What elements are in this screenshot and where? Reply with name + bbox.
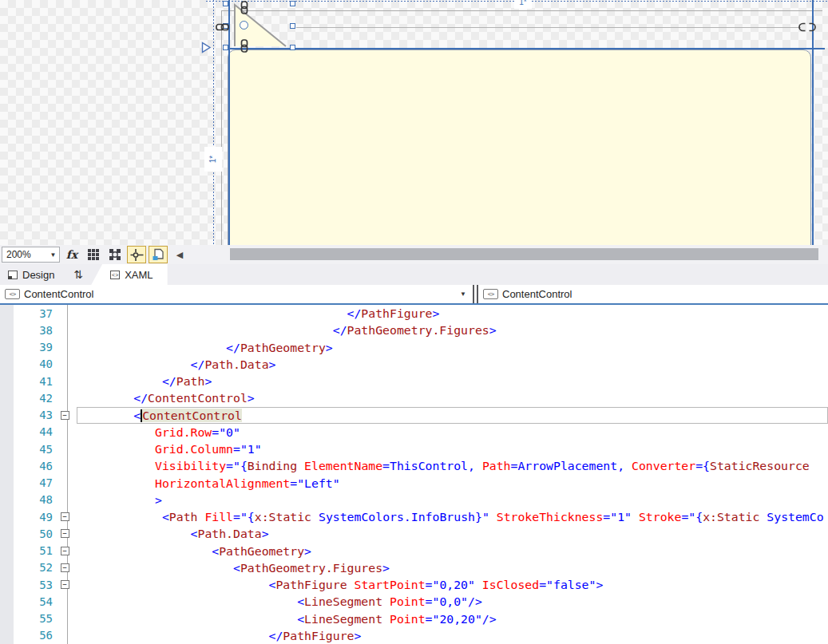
code-line-38[interactable]: 38 </PathGeometry.Figures>: [0, 322, 828, 338]
fold-margin: −: [53, 580, 77, 589]
line-number[interactable]: 44: [0, 425, 53, 438]
code-line-45[interactable]: 45 Grid.Column="1": [0, 441, 828, 457]
line-number[interactable]: 56: [0, 629, 53, 642]
code-text: </PathGeometry>: [77, 341, 828, 354]
grid-column-line-right[interactable]: [812, 0, 814, 245]
horizontal-scrollbar-thumb[interactable]: [230, 248, 818, 260]
code-text: Grid.Column="1": [77, 442, 828, 456]
line-number[interactable]: 45: [0, 443, 53, 456]
line-number[interactable]: 49: [0, 511, 53, 523]
fold-margin: −: [53, 563, 77, 572]
editor-pane-splitter[interactable]: [473, 285, 478, 303]
collapse-region-icon[interactable]: −: [61, 411, 69, 420]
code-line-50[interactable]: 50− <Path.Data>: [0, 525, 828, 542]
line-number[interactable]: 40: [0, 358, 53, 370]
element-tag-icon: <>: [5, 289, 20, 299]
resize-handle-top-right[interactable]: [290, 1, 295, 6]
code-line-42[interactable]: 42 </ContentControl>: [0, 389, 828, 406]
effects-button[interactable]: fx: [62, 246, 81, 263]
scroll-left-arrow[interactable]: ◀: [174, 250, 185, 260]
code-line-46[interactable]: 46 Visibility="{Binding ElementName=This…: [0, 457, 828, 474]
code-text: <PathGeometry>: [77, 544, 828, 558]
code-line-55[interactable]: 55 <LineSegment Point="20,20"/>: [0, 610, 828, 627]
collapse-region-icon[interactable]: −: [61, 512, 69, 521]
code-line-44[interactable]: 44 Grid.Row="0": [0, 424, 828, 441]
collapse-region-icon[interactable]: −: [61, 580, 69, 589]
code-line-41[interactable]: 41 </Path>: [0, 373, 828, 389]
snaplines-toggle-button[interactable]: [149, 246, 168, 263]
code-line-48[interactable]: 48 >: [0, 492, 828, 508]
element-dropdown-right-label: ContentControl: [502, 288, 572, 300]
code-text: </PathFigure>: [77, 306, 828, 320]
center-adorner-circle[interactable]: [240, 21, 248, 30]
swap-panes-button[interactable]: ⇅: [65, 264, 91, 285]
line-number[interactable]: 50: [0, 527, 53, 540]
line-number[interactable]: 39: [0, 341, 53, 354]
code-text: <PathFigure StartPoint="0,20" IsClosed="…: [77, 578, 828, 591]
code-line-47[interactable]: 47 HorizontalAlignment="Left": [0, 475, 828, 492]
bottom-anchor-chain-icon[interactable]: [240, 39, 249, 53]
resize-handle-top-left[interactable]: [223, 1, 228, 6]
line-number[interactable]: 48: [0, 493, 53, 506]
horizontal-scrollbar[interactable]: [192, 247, 828, 262]
xaml-tab-label: XAML: [125, 269, 153, 281]
right-anchor-broken-chain-icon[interactable]: [798, 22, 816, 32]
show-grid-button[interactable]: [84, 246, 103, 263]
collapse-region-icon[interactable]: −: [61, 563, 69, 572]
code-text: Visibility="{Binding ElementName=ThisCon…: [77, 459, 828, 472]
zoom-combobox[interactable]: 200% ▼: [2, 247, 60, 263]
fold-margin: −: [53, 547, 77, 555]
code-text: </Path>: [77, 374, 828, 388]
line-number[interactable]: 41: [0, 375, 53, 388]
balloon-border[interactable]: [228, 49, 811, 245]
code-line-39[interactable]: 39 </PathGeometry>: [0, 339, 828, 356]
xaml-code-editor[interactable]: 37 </PathFigure>38 </PathGeometry.Figure…: [0, 305, 828, 644]
collapse-region-icon[interactable]: −: [61, 547, 69, 555]
line-number[interactable]: 53: [0, 579, 53, 591]
xaml-navigation-bar: <> ContentControl ▼ <> ContentControl: [0, 285, 828, 305]
code-text: >: [77, 493, 828, 507]
tab-design[interactable]: Design: [0, 264, 65, 285]
element-dropdown-left[interactable]: <> ContentControl ▼: [0, 288, 473, 300]
zoom-value: 200%: [2, 249, 47, 260]
resize-handle-bottom-left[interactable]: [223, 45, 228, 50]
combo-dropdown-icon[interactable]: ▼: [47, 251, 59, 259]
line-number[interactable]: 47: [0, 476, 53, 489]
line-number[interactable]: 52: [0, 561, 53, 574]
code-text: <PathGeometry.Figures>: [77, 561, 828, 575]
grid-column-width-label[interactable]: 1*: [514, 0, 532, 9]
dropdown-arrow-icon[interactable]: ▼: [460, 290, 466, 298]
control-left-edge: [221, 10, 222, 245]
grid-splitter-marker[interactable]: [201, 41, 212, 53]
code-line-53[interactable]: 53− <PathFigure StartPoint="0,20" IsClos…: [0, 576, 828, 593]
snap-grid-button[interactable]: [105, 246, 125, 263]
grid-row-height-label[interactable]: 1*: [204, 147, 222, 172]
code-line-40[interactable]: 40 </Path.Data>: [0, 356, 828, 373]
element-dropdown-right[interactable]: <> ContentControl: [478, 288, 828, 300]
code-line-37[interactable]: 37 </PathFigure>: [0, 305, 828, 322]
line-number[interactable]: 51: [0, 544, 53, 557]
resize-handle-bottom-right[interactable]: [290, 45, 295, 50]
line-number[interactable]: 37: [0, 307, 53, 320]
code-line-52[interactable]: 52− <PathGeometry.Figures>: [0, 559, 828, 576]
line-number[interactable]: 38: [0, 324, 53, 337]
left-anchor-chain-icon[interactable]: [216, 22, 229, 32]
code-line-51[interactable]: 51− <PathGeometry>: [0, 543, 828, 559]
code-line-56[interactable]: 56 </PathFigure>: [0, 627, 828, 644]
line-number[interactable]: 55: [0, 612, 53, 625]
code-text: </PathGeometry.Figures>: [77, 323, 828, 337]
tab-xaml[interactable]: <> XAML: [91, 264, 167, 285]
snapping-toggle-button[interactable]: [127, 246, 146, 263]
collapse-region-icon[interactable]: −: [61, 529, 69, 538]
code-line-43[interactable]: 43− <ContentControl: [0, 407, 828, 424]
line-number[interactable]: 42: [0, 392, 53, 405]
code-line-49[interactable]: 49− <Path Fill="{x:Static SystemColors.I…: [0, 508, 828, 525]
grid-row-line[interactable]: [226, 48, 825, 49]
resize-handle-mid-right[interactable]: [290, 23, 295, 29]
design-tab-label: Design: [22, 269, 54, 281]
top-anchor-chain-icon[interactable]: [240, 1, 249, 14]
line-number[interactable]: 46: [0, 460, 53, 472]
code-line-54[interactable]: 54 <LineSegment Point="0,0"/>: [0, 593, 828, 610]
line-number[interactable]: 43: [0, 409, 53, 421]
line-number[interactable]: 54: [0, 595, 53, 608]
